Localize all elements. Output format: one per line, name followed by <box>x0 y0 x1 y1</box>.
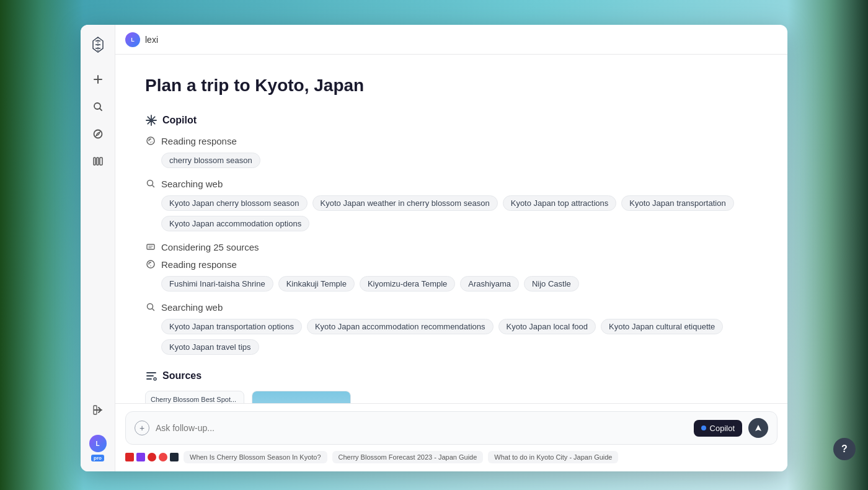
submit-button[interactable] <box>748 418 768 438</box>
new-thread-button[interactable] <box>87 68 109 91</box>
sources-label: Sources <box>162 370 202 381</box>
reading-icon-1 <box>145 135 156 146</box>
tag-kiyomizu[interactable]: Kiyomizu-dera Temple <box>360 276 455 292</box>
followup-input[interactable] <box>156 423 688 433</box>
considering-label: Considering 25 sources <box>161 242 259 252</box>
status-reading-1: Reading response <box>145 135 758 146</box>
source-link-3[interactable]: What to do in Kyoto City - Japan Guide <box>488 451 618 463</box>
svg-rect-3 <box>97 158 99 165</box>
expand-sidebar-button[interactable] <box>87 399 109 421</box>
svg-point-7 <box>148 180 153 186</box>
copilot-icon <box>145 114 157 127</box>
favicon-3 <box>148 453 156 461</box>
search-web-icon-2 <box>145 301 156 313</box>
reading-icon-2 <box>145 259 156 270</box>
content-area: L lexi Plan a trip to Kyoto, Japan Copil… <box>115 25 787 471</box>
tag-accommodation-rec[interactable]: Kyoto Japan accommodation recommendation… <box>307 319 494 334</box>
sources-icon <box>145 370 157 382</box>
library-button[interactable] <box>87 150 109 172</box>
svg-rect-4 <box>100 158 102 165</box>
topbar-username: lexi <box>145 35 158 45</box>
main-window: L pro L lexi Plan a trip to Kyoto, Japan <box>81 25 787 471</box>
topbar-avatar: L <box>125 32 140 47</box>
source-link-1[interactable]: When Is Cherry Blossom Season In Kyoto? <box>184 451 327 463</box>
searching-tags-2: Kyoto Japan transportation options Kyoto… <box>145 319 758 355</box>
source-links-bar: When Is Cherry Blossom Season In Kyoto? … <box>125 451 777 463</box>
searching-tags-1: Kyoto Japan cherry blossom season Kyoto … <box>145 195 758 231</box>
search-button[interactable] <box>87 96 109 118</box>
input-area: + Copilot <box>125 411 777 445</box>
tree-decoration-right <box>787 0 868 490</box>
user-avatar: L <box>89 435 107 452</box>
tag-kinkakuji[interactable]: Kinkakuji Temple <box>278 276 355 292</box>
tag-fushimi[interactable]: Fushimi Inari-taisha Shrine <box>161 276 273 292</box>
copilot-heading: Copilot <box>145 114 758 127</box>
tag-cultural-etiquette[interactable]: Kyoto Japan cultural etiquette <box>601 319 723 334</box>
reading-label-2: Reading response <box>161 259 237 270</box>
favicon-1 <box>125 453 134 461</box>
pro-badge: pro <box>91 455 104 461</box>
favicon-4 <box>159 453 167 461</box>
source-link-2[interactable]: Cherry Blossom Forecast 2023 - Japan Gui… <box>332 451 484 463</box>
reading-tags-1: cherry blossom season <box>145 153 758 168</box>
copilot-mode-button[interactable]: Copilot <box>694 420 742 437</box>
searching-label-1: Searching web <box>161 179 223 189</box>
discover-button[interactable] <box>87 123 109 145</box>
tag-kyoto-weather[interactable]: Kyoto Japan weather in cherry blossom se… <box>312 195 498 211</box>
app-logo <box>88 35 108 55</box>
svg-point-9 <box>147 261 154 268</box>
copilot-dot <box>701 425 706 430</box>
copilot-section: Copilot Reading response <box>145 114 758 355</box>
tag-kyoto-transportation[interactable]: Kyoto Japan transportation <box>621 195 733 211</box>
status-searching-2: Searching web <box>145 301 758 313</box>
considering-sources: Considering 25 sources <box>145 241 758 252</box>
bottom-bar: + Copilot <box>115 403 787 471</box>
tag-kyoto-accommodation[interactable]: Kyoto Japan accommodation options <box>161 216 309 231</box>
svg-point-11 <box>154 378 156 380</box>
reading-response-1: Reading response cherry blossom season <box>145 135 758 168</box>
copilot-label: Copilot <box>162 115 197 126</box>
tag-arashiyama[interactable]: Arashiyama <box>460 276 519 292</box>
help-button[interactable]: ? <box>833 438 856 460</box>
svg-rect-2 <box>94 158 95 165</box>
tag-transport-options[interactable]: Kyoto Japan transportation options <box>161 319 302 334</box>
status-considering: Considering 25 sources <box>145 241 758 252</box>
tag-nijo[interactable]: Nijo Castle <box>524 276 579 292</box>
searching-web-2: Searching web Kyoto Japan transportation… <box>145 301 758 355</box>
tag-travel-tips[interactable]: Kyoto Japan travel tips <box>161 339 259 355</box>
tag-local-food[interactable]: Kyoto Japan local food <box>498 319 596 334</box>
svg-point-10 <box>148 304 153 310</box>
favicon-5 <box>170 453 179 461</box>
searching-label-2: Searching web <box>161 302 223 313</box>
attach-button[interactable]: + <box>135 421 149 435</box>
svg-point-6 <box>147 137 154 145</box>
status-reading-2: Reading response <box>145 259 758 270</box>
searching-web-1: Searching web Kyoto Japan cherry blossom… <box>145 178 758 231</box>
reading-response-2: Reading response Fushimi Inari-taisha Sh… <box>145 259 758 292</box>
tree-decoration-left <box>0 0 84 490</box>
tag-cherry-blossom[interactable]: cherry blossom season <box>161 153 260 168</box>
status-searching-1: Searching web <box>145 178 758 189</box>
sidebar: L pro <box>81 25 115 471</box>
copilot-btn-label: Copilot <box>710 424 735 433</box>
favicon-2 <box>136 453 145 461</box>
search-web-icon-1 <box>145 178 156 189</box>
tag-kyoto-cherry[interactable]: Kyoto Japan cherry blossom season <box>161 195 308 211</box>
svg-rect-8 <box>147 244 154 249</box>
reading-tags-2: Fushimi Inari-taisha Shrine Kinkakuji Te… <box>145 276 758 292</box>
tag-kyoto-attractions[interactable]: Kyoto Japan top attractions <box>503 195 617 211</box>
considering-icon <box>145 241 156 252</box>
reading-label-1: Reading response <box>161 136 237 146</box>
top-bar: L lexi <box>115 25 787 55</box>
page-title: Plan a trip to Kyoto, Japan <box>145 74 758 97</box>
sources-heading: Sources <box>145 370 758 382</box>
